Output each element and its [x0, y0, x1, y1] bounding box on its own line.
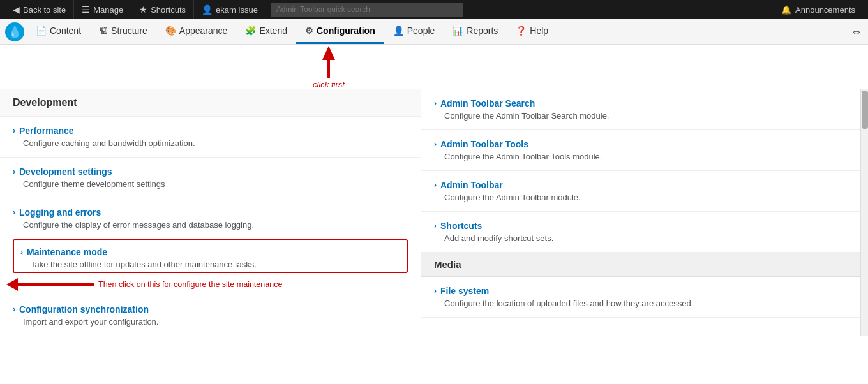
search-container	[271, 3, 463, 17]
click-first-label: click first	[313, 80, 345, 89]
logging-errors-item: › Logging and errors Configure the displ…	[0, 198, 421, 239]
configuration-icon: ⚙	[305, 26, 313, 36]
scrollbar-track[interactable]	[860, 89, 868, 336]
performance-link[interactable]: › Performance	[13, 126, 408, 136]
maintenance-mode-link[interactable]: › Maintenance mode	[20, 247, 400, 257]
hamburger-icon: ☰	[82, 4, 90, 15]
admin-toolbar-tools-item: › Admin Toolbar Tools Configure the Admi…	[421, 130, 868, 171]
admin-toolbar-search-desc: Configure the Admin Toolbar Search modul…	[434, 111, 855, 121]
nav-expand-button[interactable]: ⇔	[845, 19, 868, 44]
drupal-logo[interactable]: 💧	[5, 22, 24, 41]
chevron-right-icon-7: ›	[434, 140, 437, 149]
content-icon: 📄	[36, 26, 47, 36]
bell-icon: 🔔	[781, 5, 791, 15]
config-sync-item: › Configuration synchronization Import a…	[0, 295, 421, 336]
arrow-left-head	[6, 278, 18, 291]
media-section-header: Media	[421, 253, 868, 277]
annotation-area: click first	[0, 45, 868, 89]
manage-menu-item[interactable]: ☰ Manage	[74, 0, 131, 19]
then-click-label: Then click on this for configure the sit…	[98, 280, 282, 289]
nav-content[interactable]: 📄 Content	[27, 19, 90, 44]
help-icon: ❓	[516, 26, 527, 36]
user-issue-menu-item[interactable]: 👤 ekam issue	[194, 0, 266, 19]
development-settings-item: › Development settings Configure theme d…	[0, 158, 421, 198]
chevron-right-icon-9: ›	[434, 221, 437, 230]
shortcuts-menu-item[interactable]: ★ Shortcuts	[131, 0, 194, 19]
nav-appearance[interactable]: 🎨 Appearance	[156, 19, 237, 44]
admin-toolbar-desc: Configure the Admin Toolbar module.	[434, 193, 855, 202]
logging-errors-link[interactable]: › Logging and errors	[13, 207, 408, 218]
up-arrow-shaft	[327, 60, 330, 78]
search-input[interactable]	[271, 3, 463, 17]
back-arrow-icon: ◀	[13, 4, 20, 15]
people-icon: 👤	[393, 26, 404, 36]
drupal-drop-icon: 💧	[8, 25, 22, 39]
development-settings-link[interactable]: › Development settings	[13, 166, 408, 177]
up-arrow-head	[322, 46, 335, 60]
chevron-right-icon-8: ›	[434, 181, 437, 189]
file-system-link[interactable]: › File system	[434, 286, 855, 296]
chevron-right-icon-5: ›	[13, 305, 15, 314]
nav-reports[interactable]: 📊 Reports	[444, 19, 507, 44]
chevron-right-icon: ›	[13, 126, 15, 135]
extend-icon: 🧩	[245, 26, 256, 36]
logging-errors-desc: Configure the display of error messages …	[13, 220, 408, 230]
admin-toolbar-tools-link[interactable]: › Admin Toolbar Tools	[434, 139, 855, 149]
file-system-desc: Configure the location of uploaded files…	[434, 299, 855, 308]
shortcuts-desc: Add and modify shortcut sets.	[434, 233, 855, 243]
reports-icon: 📊	[453, 26, 463, 36]
scrollbar-thumb[interactable]	[862, 91, 868, 129]
shortcuts-item: › Shortcuts Add and modify shortcut sets…	[421, 212, 868, 253]
admin-toolbar-item: › Admin Toolbar Configure the Admin Tool…	[421, 171, 868, 212]
file-system-item: › File system Configure the location of …	[421, 277, 868, 318]
admin-toolbar-search-item: › Admin Toolbar Search Configure the Adm…	[421, 89, 868, 130]
admin-toolbar: ◀ Back to site ☰ Manage ★ Shortcuts 👤 ek…	[0, 0, 868, 19]
appearance-icon: 🎨	[165, 26, 176, 36]
structure-icon: 🏗	[99, 26, 108, 36]
chevron-right-icon-10: ›	[434, 286, 437, 295]
shortcuts-link[interactable]: › Shortcuts	[434, 221, 855, 231]
nav-people[interactable]: 👤 People	[384, 19, 444, 44]
nav-bar: 💧 📄 Content 🏗 Structure 🎨 Appearance 🧩 E…	[0, 19, 868, 45]
star-icon: ★	[139, 4, 147, 15]
development-settings-desc: Configure theme development settings	[13, 179, 408, 189]
back-to-site-button[interactable]: ◀ Back to site	[5, 0, 74, 19]
user-icon: 👤	[202, 4, 213, 15]
maintenance-mode-item: › Maintenance mode Take the site offline…	[14, 240, 407, 272]
maintenance-mode-section: › Maintenance mode Take the site offline…	[0, 239, 421, 295]
development-section-header: Development	[0, 89, 421, 117]
chevron-right-icon-3: ›	[13, 208, 15, 217]
announcements-item[interactable]: 🔔 Announcements	[774, 5, 863, 15]
left-arrow	[6, 278, 94, 291]
nav-help[interactable]: ❓ Help	[507, 19, 557, 44]
chevron-right-icon-6: ›	[434, 99, 437, 108]
right-panel: › Admin Toolbar Search Configure the Adm…	[421, 89, 868, 336]
nav-extend[interactable]: 🧩 Extend	[236, 19, 296, 44]
nav-configuration[interactable]: ⚙ Configuration	[296, 19, 384, 44]
maintenance-mode-box: › Maintenance mode Take the site offline…	[13, 239, 408, 273]
arrow-left-shaft	[18, 283, 94, 286]
admin-toolbar-tools-desc: Configure the Admin Toolbar Tools module…	[434, 152, 855, 161]
click-first-annotation: click first	[313, 46, 345, 89]
chevron-right-icon-2: ›	[13, 167, 15, 176]
performance-item: › Performance Configure caching and band…	[0, 117, 421, 158]
nav-structure[interactable]: 🏗 Structure	[90, 19, 156, 44]
config-sync-desc: Import and export your configuration.	[13, 317, 408, 327]
left-panel: Development › Performance Configure cach…	[0, 89, 421, 336]
maintenance-mode-desc: Take the site offline for updates and ot…	[20, 260, 400, 269]
main-content: Development › Performance Configure cach…	[0, 89, 868, 336]
config-sync-link[interactable]: › Configuration synchronization	[13, 304, 408, 314]
performance-desc: Configure caching and bandwidth optimiza…	[13, 138, 408, 148]
chevron-right-icon-4: ›	[20, 247, 23, 256]
maintenance-annotation-row: Then click on this for configure the sit…	[6, 273, 414, 295]
admin-toolbar-link[interactable]: › Admin Toolbar	[434, 180, 855, 190]
admin-toolbar-search-link[interactable]: › Admin Toolbar Search	[434, 98, 855, 108]
